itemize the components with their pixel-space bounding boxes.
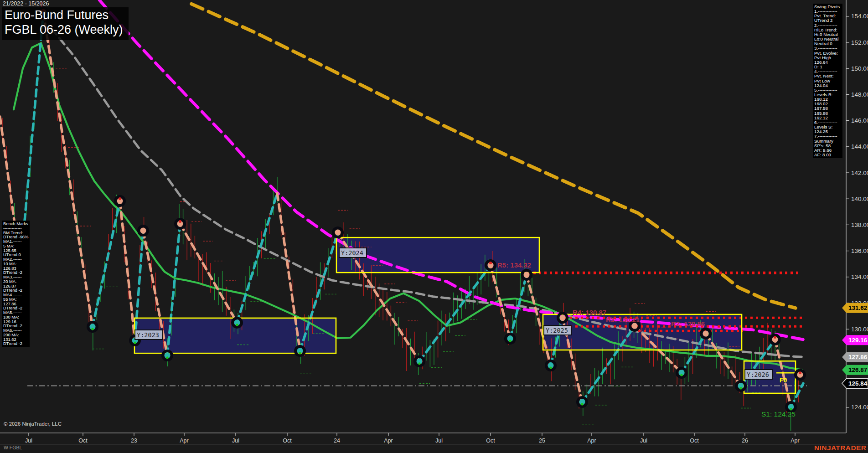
instrument-title: Euro-Bund Futures FGBL 06-26 (Weekly) <box>2 7 129 40</box>
pivot-dot <box>560 315 566 321</box>
price-tag: 127.86 <box>842 352 868 362</box>
price-tag: 125.84 <box>842 378 868 388</box>
price-tick-label: 140.00 <box>851 196 868 202</box>
swing-leg-down <box>180 224 237 323</box>
pivot-cap <box>91 328 93 330</box>
time-tick-label: Jul <box>232 438 239 444</box>
swing-pivots-line: Pvt. Next: <box>814 74 842 78</box>
pivot-dot <box>632 323 638 329</box>
price-tick-label: 154.00 <box>851 13 868 20</box>
swing-pivots-line: 7.------------- <box>814 134 842 139</box>
time-tick-label: Jul <box>25 438 32 444</box>
pivot-marker-high <box>333 228 342 237</box>
pivot-dot <box>703 330 709 336</box>
swing-leg-up <box>419 265 491 361</box>
resistance-level-label: R3: 130.21 <box>606 316 640 324</box>
instrument-title-line1: Euro-Bund Futures <box>5 8 123 23</box>
time-tick-label: Apr <box>587 438 596 444</box>
ninjatrader-logo: NINJATRADER <box>814 444 866 452</box>
time-tick-label: 23 <box>131 438 137 444</box>
pivot-cap <box>680 374 682 376</box>
year-label-text: Y:2024 <box>341 249 363 257</box>
pivot-dot <box>140 227 146 233</box>
time-tick-label: Oct <box>486 438 495 444</box>
copyright-text: © 2026 NinjaTrader, LLC <box>4 421 62 427</box>
price-tick-label: 138.00 <box>851 221 868 228</box>
visible-date-range: 21/2022 - 15/2026 <box>3 0 49 7</box>
year-label: Y:2025 <box>544 325 571 335</box>
pivot-marker-high <box>522 270 531 279</box>
price-tag-text: 127.86 <box>848 354 868 360</box>
pivot-marker-low <box>546 361 555 370</box>
time-tick-label: Jul <box>435 438 443 444</box>
price-tick-label: 146.00 <box>851 117 868 124</box>
swing-leg-down <box>120 201 135 340</box>
pivot-marker-high <box>770 335 780 344</box>
instrument-title-line2: FGBL 06-26 (Weekly) <box>5 23 123 37</box>
chart-canvas[interactable]: R5: 134.32R4: 130.87R3: 130.21R2: 129.86… <box>0 0 868 453</box>
price-tick-label: 148.00 <box>851 91 868 98</box>
pivot-cap <box>549 366 552 369</box>
pivot-marker-low <box>88 322 97 331</box>
price-tick-label: 150.00 <box>851 65 868 72</box>
pivot-marker-high <box>701 329 710 338</box>
price-tick-label: 152.00 <box>851 39 868 46</box>
pivot-dot <box>524 272 530 278</box>
year-label-text: Y:2026 <box>747 371 769 378</box>
swing-leg-up <box>237 193 277 323</box>
pivot-marker-low <box>736 381 745 391</box>
time-tick-label: Oct <box>78 438 88 444</box>
pivot-cap <box>179 220 181 223</box>
price-tick-label: 136.00 <box>851 247 868 254</box>
time-tick-label: Apr <box>384 438 393 444</box>
price-tag-text: 126.87 <box>848 366 867 373</box>
pivot-cap <box>799 371 801 374</box>
pivot-marker-low <box>163 351 172 360</box>
price-tag-text: 125.84 <box>848 380 868 387</box>
resistance-level-label: R2: 129.86 <box>671 320 705 328</box>
f0-label: F0 <box>780 376 787 384</box>
ma-line-55ma <box>51 28 806 357</box>
time-tick-label: 25 <box>539 438 545 444</box>
pivot-cap <box>299 352 301 354</box>
stop-steps-below <box>582 367 633 424</box>
pivot-cap <box>774 336 776 339</box>
f0-marker <box>796 370 805 379</box>
swing-pivots-panel: Swing Pivots1.-------------Pvt. Trend:UT… <box>813 4 842 158</box>
price-tick-label: 144.00 <box>851 143 868 150</box>
time-axis[interactable]: JulOct23AprJulOct24AprJulOct25AprJulOct2… <box>0 433 868 444</box>
price-tag-text: 131.62 <box>848 304 867 311</box>
pivot-marker-low <box>415 357 424 366</box>
swing-pivots-line: AF: 8.00 <box>814 153 842 157</box>
pivot-cap <box>119 197 121 200</box>
pivot-marker-low <box>506 334 515 343</box>
pivot-marker-high <box>139 226 148 235</box>
resistance-level-label: R4: 130.87 <box>573 309 606 316</box>
pivot-cap <box>418 362 420 365</box>
pivot-marker-high <box>176 219 185 228</box>
pivot-marker-low <box>677 368 686 377</box>
bench-marks-panel: Bench Marks-------------BM Trend:DTrend … <box>2 221 30 347</box>
pivot-marker-low <box>232 318 242 327</box>
pivot-marker-high <box>486 261 495 270</box>
pivot-cap <box>236 324 238 326</box>
time-tick-label: Jul <box>640 438 647 444</box>
pivot-dot <box>335 229 341 235</box>
pivot-cap <box>134 341 136 344</box>
ninjatrader-window: R5: 134.32R4: 130.87R3: 130.21R2: 129.86… <box>0 0 868 453</box>
support-level-label: S1: 124.25 <box>761 410 796 418</box>
trailing-stop-steps <box>43 0 774 424</box>
year-label-text: Y:2025 <box>546 327 568 334</box>
time-tick-label: Oct <box>283 438 292 444</box>
year-label: Y:2024 <box>339 248 367 257</box>
pivot-cap <box>739 387 742 389</box>
price-tick-label: 130.00 <box>851 326 868 333</box>
pivot-marker-low <box>295 346 305 355</box>
time-tick-label: Apr <box>180 438 188 444</box>
pivot-cap <box>581 403 583 405</box>
swing-leg-up <box>93 201 120 327</box>
pivot-cap <box>509 340 511 342</box>
price-tick-label: 142.00 <box>851 170 868 176</box>
time-tick-label: 26 <box>742 438 748 444</box>
time-tick-label: 24 <box>334 438 340 444</box>
